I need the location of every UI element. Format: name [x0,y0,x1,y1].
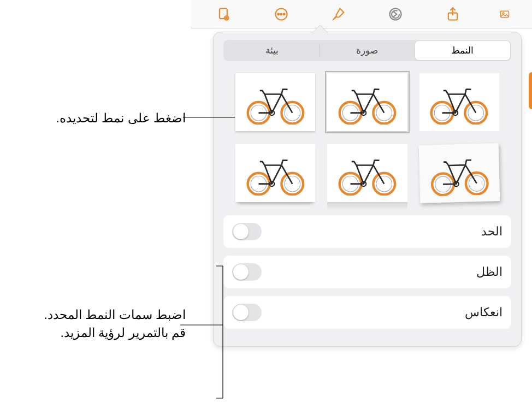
side-tab-marker [529,72,532,109]
switch-border[interactable] [232,223,262,240]
row-reflection-label: انعكاس [465,305,503,320]
more-icon[interactable] [270,3,292,25]
tab-image[interactable]: صورة [320,41,415,60]
switch-shadow[interactable] [232,263,262,281]
toolbar [191,0,532,28]
row-border[interactable]: الحد [223,215,511,248]
svg-point-6 [283,13,285,15]
add-image-icon[interactable] [499,3,510,25]
tab-style[interactable]: النمط [415,41,510,60]
row-border-label: الحد [481,224,503,239]
callout-lead-1 [183,116,235,119]
format-tabs: بيئة صورة النمط [223,40,511,61]
style-thumb-tilted[interactable] [418,143,500,203]
style-thumb-reflection[interactable] [327,144,407,202]
svg-point-4 [277,13,279,15]
callout-tap-style: اضغط على نمط لتحديده. [33,109,186,127]
svg-point-2 [226,17,227,19]
share-icon[interactable] [442,3,464,25]
row-reflection[interactable]: انعكاس [223,296,511,329]
style-thumb-shadow[interactable] [235,73,315,131]
style-thumb-plain[interactable] [419,73,499,131]
format-brush-icon[interactable] [328,3,350,25]
style-thumb-border[interactable] [327,73,407,131]
callout-adjust: اضبط سمات النمط المحدد. قم بالتمرير لرؤي… [11,306,186,342]
document-view-icon[interactable] [213,3,235,25]
tab-arrange[interactable]: بيئة [224,41,320,60]
callout-lead-2 [180,265,224,407]
redo-icon[interactable] [385,3,406,25]
svg-rect-9 [500,11,509,17]
style-options: الحد الظل انعكاس [214,215,521,346]
switch-reflection[interactable] [232,304,262,321]
row-shadow-label: الظل [476,265,503,279]
format-popover: بيئة صورة النمط [213,32,522,347]
app-frame: بيئة صورة النمط [191,0,532,408]
svg-point-5 [281,13,282,15]
style-thumb-drop[interactable] [235,144,315,202]
row-shadow[interactable]: الظل [223,256,511,288]
style-thumbnails [214,68,521,215]
